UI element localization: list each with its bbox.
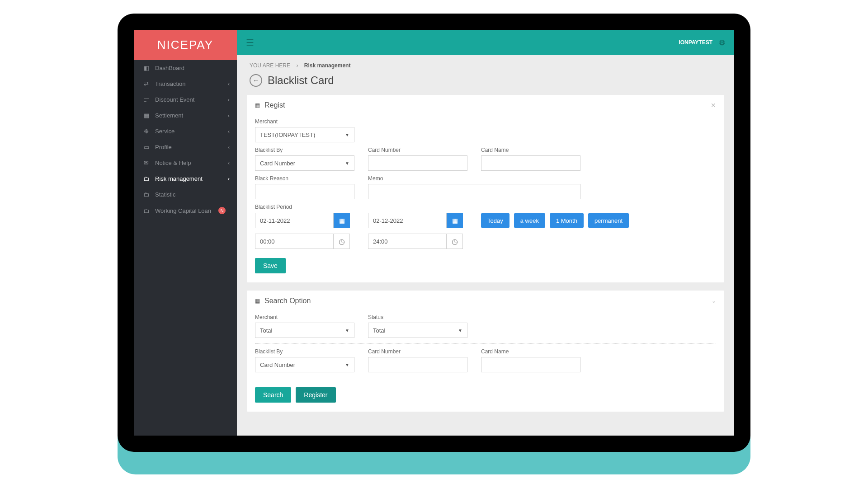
sidebar-item-transaction[interactable]: ⇄ Transaction ‹: [134, 76, 237, 92]
gear-icon[interactable]: ⚙: [719, 38, 725, 47]
black-reason-label: Black Reason: [255, 175, 354, 182]
month-button[interactable]: 1 Month: [550, 213, 584, 228]
caret-down-icon: ▼: [345, 362, 349, 367]
chevron-left-icon: ‹: [228, 128, 230, 135]
status-value: Total: [373, 327, 385, 334]
today-button[interactable]: Today: [481, 213, 509, 228]
end-date-input[interactable]: 02-12-2022: [368, 213, 447, 228]
search-blacklist-by-select[interactable]: Card Number ▼: [255, 357, 354, 372]
blacklist-by-label: Blacklist By: [255, 147, 354, 153]
users-icon: ❉: [143, 128, 150, 135]
week-button[interactable]: a week: [514, 213, 545, 228]
search-blacklist-by-value: Card Number: [260, 361, 295, 368]
sidebar-item-label: Profile: [155, 144, 172, 150]
sidebar-item-label: Transaction: [155, 80, 185, 87]
sidebar-item-label: Service: [155, 128, 175, 135]
brand-logo: NICEPAY: [134, 30, 237, 60]
back-button[interactable]: ←: [250, 74, 262, 87]
caret-down-icon: ▼: [345, 328, 349, 333]
chat-icon: ✉: [143, 160, 150, 166]
sidebar-item-discount-event[interactable]: ⫍ Discount Event ‹: [134, 92, 237, 108]
sidebar-item-settlement[interactable]: ▦ Settlement ‹: [134, 108, 237, 123]
status-select[interactable]: Total ▼: [368, 323, 467, 338]
black-reason-input[interactable]: [255, 184, 354, 199]
folder-icon: 🗀: [143, 207, 150, 214]
topbar: ☰ IONPAYTEST ⚙: [237, 30, 734, 55]
chart-icon: ⫍: [143, 96, 150, 103]
sidebar-item-label: Discount Event: [155, 96, 194, 103]
memo-label: Memo: [368, 175, 580, 182]
blacklist-by-select[interactable]: Card Number ▼: [255, 155, 354, 171]
close-icon[interactable]: ✕: [711, 102, 716, 109]
status-label: Status: [368, 314, 467, 320]
sidebar-item-statistic[interactable]: 🗀 Statistic: [134, 187, 237, 202]
chevron-down-icon[interactable]: ⌄: [712, 298, 716, 304]
end-date-picker-button[interactable]: ▦: [447, 213, 463, 228]
search-card-number-input[interactable]: [368, 357, 467, 372]
search-card-name-label: Card Name: [481, 348, 580, 355]
start-time-picker-button[interactable]: ◷: [334, 234, 350, 249]
dashboard-icon: ◧: [143, 65, 150, 71]
user-label: IONPAYTEST: [679, 39, 712, 46]
chevron-left-icon: ‹: [228, 81, 230, 87]
breadcrumb-prefix: YOU ARE HERE: [250, 62, 290, 69]
search-card-name-input[interactable]: [481, 357, 580, 372]
card-name-input[interactable]: [481, 155, 580, 171]
period-label: Blacklist Period: [255, 204, 716, 210]
end-time-input[interactable]: 24:00: [368, 234, 447, 249]
start-time-input[interactable]: 00:00: [255, 234, 334, 249]
breadcrumb-current: Risk management: [304, 62, 351, 69]
search-panel: ▦ Search Option ⌄ Merchant Total ▼ Statu…: [247, 291, 724, 412]
search-button[interactable]: Search: [255, 387, 291, 403]
chevron-left-icon: ‹: [228, 176, 230, 182]
search-merchant-label: Merchant: [255, 314, 354, 320]
save-button[interactable]: Save: [255, 258, 286, 273]
panel-title: Search Option: [264, 297, 311, 305]
grid-icon: ▦: [255, 298, 260, 304]
merchant-value: TEST(IONPAYTEST): [260, 131, 315, 138]
sidebar-item-label: Working Capital Loan: [155, 207, 211, 214]
sidebar-item-notice-help[interactable]: ✉ Notice & Help ‹: [134, 155, 237, 171]
sidebar-item-working-capital-loan[interactable]: 🗀 Working Capital Loan N: [134, 202, 237, 219]
sidebar-item-service[interactable]: ❉ Service ‹: [134, 123, 237, 139]
chevron-left-icon: ‹: [228, 144, 230, 150]
card-number-input[interactable]: [368, 155, 467, 171]
start-date-picker-button[interactable]: ▦: [334, 213, 350, 228]
sidebar-item-label: Statistic: [155, 191, 176, 198]
folder-icon: 🗀: [143, 191, 150, 198]
search-card-number-label: Card Number: [368, 348, 467, 355]
regist-panel: ▦ Regist ✕ Merchant TEST(IONPAYTEST) ▼: [247, 95, 724, 282]
sidebar-item-label: DashBoard: [155, 65, 184, 71]
sidebar: NICEPAY ◧ DashBoard ⇄ Transaction ‹ ⫍ Di…: [134, 30, 237, 436]
chevron-left-icon: ‹: [228, 113, 230, 119]
search-merchant-select[interactable]: Total ▼: [255, 323, 354, 338]
merchant-select[interactable]: TEST(IONPAYTEST) ▼: [255, 127, 354, 142]
new-badge: N: [218, 207, 226, 214]
blacklist-by-value: Card Number: [260, 160, 295, 167]
chevron-left-icon: ‹: [228, 160, 230, 166]
search-merchant-value: Total: [260, 327, 272, 334]
folder-icon: 🗀: [143, 175, 150, 182]
chevron-left-icon: ‹: [228, 97, 230, 103]
card-number-label: Card Number: [368, 147, 467, 153]
page-title: Blacklist Card: [268, 74, 334, 87]
register-button[interactable]: Register: [296, 387, 335, 403]
caret-down-icon: ▼: [458, 328, 462, 333]
sidebar-item-risk-management[interactable]: 🗀 Risk management ‹: [134, 171, 237, 187]
memo-input[interactable]: [368, 184, 580, 199]
sidebar-item-label: Settlement: [155, 112, 183, 119]
sidebar-item-dashboard[interactable]: ◧ DashBoard: [134, 60, 237, 76]
caret-down-icon: ▼: [345, 132, 349, 137]
sidebar-item-profile[interactable]: ▭ Profile ‹: [134, 139, 237, 155]
main-area: ☰ IONPAYTEST ⚙ YOU ARE HERE › Risk manag…: [237, 30, 734, 436]
calendar-icon: ▦: [143, 112, 150, 119]
grid-icon: ▦: [255, 102, 260, 108]
hamburger-icon[interactable]: ☰: [246, 37, 254, 48]
breadcrumb-sep: ›: [296, 62, 298, 69]
card-name-label: Card Name: [481, 147, 580, 153]
end-time-picker-button[interactable]: ◷: [447, 234, 463, 249]
breadcrumb: YOU ARE HERE › Risk management: [237, 55, 734, 72]
caret-down-icon: ▼: [345, 161, 349, 166]
permanent-button[interactable]: permanent: [588, 213, 629, 228]
start-date-input[interactable]: 02-11-2022: [255, 213, 334, 228]
